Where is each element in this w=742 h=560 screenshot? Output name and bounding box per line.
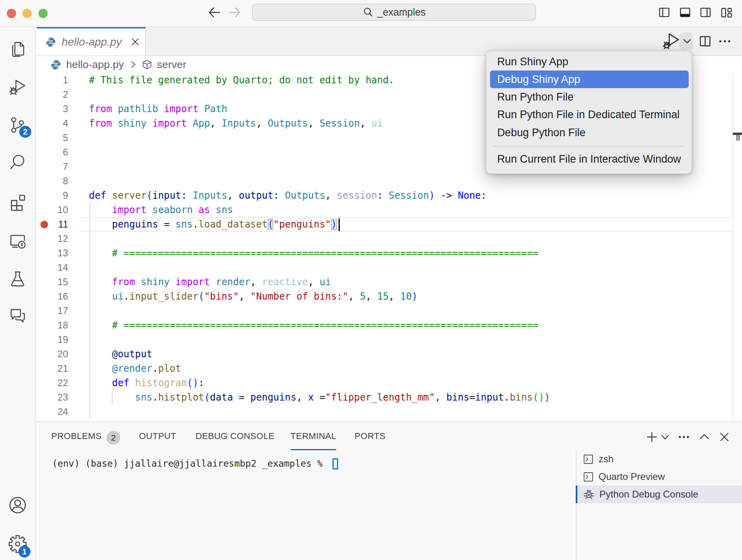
- line-number[interactable]: 7: [36, 159, 68, 174]
- new-terminal-icon[interactable]: [646, 431, 658, 443]
- account-icon: [8, 496, 27, 515]
- code-line[interactable]: def histogram():: [89, 376, 204, 390]
- sidebar-item-chat[interactable]: [0, 303, 35, 328]
- line-number[interactable]: 2: [36, 87, 68, 102]
- tab-close-icon[interactable]: [130, 37, 140, 47]
- terminal-list-label: Quarto Preview: [599, 471, 665, 482]
- panel-tab-label: OUTPUT: [139, 431, 176, 441]
- code-line[interactable]: penguins = sns.load_dataset("penguins"): [89, 217, 337, 232]
- breadcrumb-file[interactable]: hello-app.py: [66, 58, 124, 71]
- panel-tab-label: PORTS: [355, 431, 385, 441]
- command-center-search[interactable]: _examples: [252, 4, 536, 21]
- code-line[interactable]: # ======================================…: [89, 246, 538, 260]
- line-number[interactable]: 13: [36, 246, 68, 260]
- toggle-panel-icon[interactable]: [680, 8, 690, 17]
- line-number[interactable]: 23: [36, 390, 68, 405]
- editor-more-actions-icon[interactable]: [718, 27, 732, 55]
- code-line[interactable]: from shiny import App, Inputs, Outputs, …: [89, 116, 383, 131]
- code-line[interactable]: @output: [89, 347, 152, 361]
- line-number[interactable]: 1: [36, 73, 68, 87]
- code-line[interactable]: @render.plot: [89, 361, 181, 376]
- sidebar-item-run-and-debug[interactable]: [0, 75, 35, 100]
- line-number[interactable]: 24: [36, 405, 68, 419]
- toggle-primary-sidebar-icon[interactable]: [659, 8, 669, 17]
- files-icon: [8, 40, 27, 58]
- toggle-secondary-sidebar-icon[interactable]: [700, 8, 711, 17]
- menu-item-run-python-file-in-dedicated-terminal[interactable]: Run Python File in Dedicated Terminal: [490, 106, 689, 124]
- activity-bar: 2: [0, 27, 36, 560]
- active-panel-tab-underline: [290, 449, 336, 450]
- terminal-list-item-python-debug-console[interactable]: Python Debug Console: [576, 485, 742, 503]
- terminal-profile-chevron-icon[interactable]: [660, 434, 670, 442]
- terminal-list-item-zsh[interactable]: zsh: [576, 450, 742, 468]
- python-file-icon-small: [50, 59, 61, 70]
- line-number[interactable]: 15: [36, 275, 68, 289]
- panel-tab-label: PROBLEMS: [51, 431, 101, 441]
- customize-layout-icon[interactable]: [721, 8, 732, 18]
- menu-item-debug-python-file[interactable]: Debug Python File: [490, 124, 689, 141]
- code-line[interactable]: from pathlib import Path: [89, 102, 227, 116]
- panel-tab-ports[interactable]: PORTS: [355, 422, 385, 450]
- overview-ruler-scroll-mark[interactable]: [736, 135, 740, 141]
- code-line[interactable]: sns.histplot(data = penguins, x ="flippe…: [89, 390, 550, 405]
- sidebar-item-remote-explorer[interactable]: [0, 228, 35, 254]
- line-number[interactable]: 14: [36, 260, 68, 275]
- line-number[interactable]: 19: [36, 332, 68, 347]
- panel-tab-problems[interactable]: PROBLEMS: [51, 422, 101, 450]
- navigate-forward-button[interactable]: [228, 7, 241, 18]
- line-number[interactable]: 20: [36, 347, 68, 361]
- sidebar-item-source-control[interactable]: 2: [0, 112, 35, 138]
- traffic-light-zoom-button[interactable]: [38, 9, 48, 18]
- terminal-list-item-quarto-preview[interactable]: Quarto Preview: [576, 468, 742, 485]
- sidebar-item-extensions[interactable]: [0, 189, 35, 215]
- line-number[interactable]: 11: [36, 217, 68, 232]
- terminal-list-label: Python Debug Console: [599, 489, 698, 500]
- editor-tab-hello-app[interactable]: hello-app.py: [37, 27, 146, 55]
- code-line[interactable]: import seaborn as sns: [89, 203, 233, 217]
- code-line[interactable]: # This file generated by Quarto; do not …: [89, 73, 394, 87]
- line-number[interactable]: 16: [36, 289, 68, 304]
- close-panel-icon[interactable]: [718, 431, 730, 443]
- traffic-light-minimize-button[interactable]: [22, 9, 32, 18]
- terminal-prompt[interactable]: (env) (base) jjallaire@jjallairesmbp2 _e…: [52, 458, 323, 469]
- line-number[interactable]: 5: [36, 131, 68, 145]
- line-number[interactable]: 4: [36, 116, 68, 131]
- panel-tab-output[interactable]: OUTPUT: [139, 422, 176, 450]
- line-number[interactable]: 17: [36, 304, 68, 318]
- menu-item-run-python-file[interactable]: Run Python File: [490, 89, 689, 106]
- source-control-badge: 2: [19, 126, 31, 138]
- maximize-panel-icon[interactable]: [698, 431, 710, 443]
- menu-item-debug-shiny-app[interactable]: Debug Shiny App: [490, 71, 689, 88]
- panel-tab-debug-console[interactable]: DEBUG CONSOLE: [196, 422, 274, 450]
- line-number[interactable]: 3: [36, 102, 68, 116]
- line-number[interactable]: 6: [36, 145, 68, 159]
- tab-label: hello-app.py: [62, 36, 122, 48]
- breadcrumb-symbol[interactable]: server: [157, 58, 186, 71]
- split-editor-icon[interactable]: [699, 27, 711, 55]
- indent-guide-2: [112, 390, 113, 405]
- line-number[interactable]: 9: [36, 188, 68, 203]
- sidebar-item-testing[interactable]: [0, 266, 35, 292]
- line-number[interactable]: 21: [36, 361, 68, 376]
- line-number[interactable]: 8: [36, 174, 68, 188]
- code-line[interactable]: from shiny import render, reactive, ui: [89, 275, 331, 289]
- menu-item-run-current-file-in-interactive-window[interactable]: Run Current File in Interactive Window: [490, 151, 689, 168]
- panel-tab-terminal[interactable]: TERMINAL: [290, 422, 336, 450]
- navigate-back-button[interactable]: [208, 7, 221, 18]
- code-line[interactable]: # ======================================…: [89, 318, 538, 332]
- traffic-light-close-button[interactable]: [7, 9, 16, 18]
- settings-button[interactable]: 1: [0, 531, 35, 557]
- search-sidebar-icon: [8, 153, 27, 171]
- sidebar-item-search[interactable]: [0, 149, 35, 175]
- line-number[interactable]: 10: [36, 203, 68, 217]
- code-line[interactable]: ui.input_slider("bins", "Number of bins:…: [89, 289, 417, 304]
- breadcrumb-chevron-icon: [129, 60, 137, 69]
- line-number[interactable]: 22: [36, 376, 68, 390]
- panel-more-actions-icon[interactable]: [677, 431, 691, 443]
- code-line[interactable]: def server(input: Inputs, output: Output…: [89, 188, 487, 203]
- line-number[interactable]: 12: [36, 232, 68, 246]
- accounts-button[interactable]: [0, 492, 35, 518]
- menu-item-run-shiny-app[interactable]: Run Shiny App: [490, 53, 689, 71]
- line-number[interactable]: 18: [36, 318, 68, 332]
- sidebar-item-explorer[interactable]: [0, 36, 35, 62]
